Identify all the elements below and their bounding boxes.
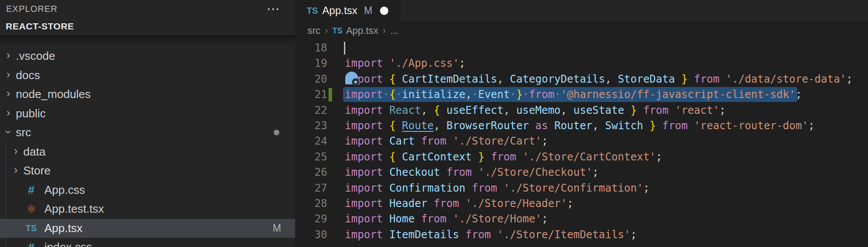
code-line-29[interactable]: 29import Home from './Store/Home'; [295, 211, 868, 227]
tree-item-public[interactable]: ›public [0, 104, 295, 123]
code-text: import { CartContext } from './Store/Car… [345, 149, 662, 165]
tab-app-tsx[interactable]: TS App.tsx M [295, 0, 401, 21]
tree-item-index-css[interactable]: #index.css [0, 238, 295, 247]
react-file-icon: ⚛ [22, 202, 41, 216]
tree-item-store[interactable]: ›Store [0, 161, 295, 181]
line-number: 28 [295, 196, 327, 211]
line-number: 30 [295, 227, 327, 243]
code-text: import ItemDetails from './Store/ItemDet… [345, 227, 637, 243]
line-number: 24 [295, 134, 327, 149]
editor-group: TS App.tsx M src › TS App.tsx › ... 1819… [295, 0, 868, 247]
tree-item-label: App.css [44, 183, 85, 197]
line-number: 21 [295, 87, 327, 102]
star-badge-icon: ★ [352, 78, 359, 86]
explorer-header: EXPLORER ⋯ [0, 0, 295, 18]
line-number: 26 [295, 165, 327, 180]
code-line-25[interactable]: 25import { CartContext } from './Store/C… [295, 149, 868, 165]
code-text: import { Route, BrowserRouter as Router,… [345, 118, 814, 134]
collab-cursor-icon[interactable]: ★ [345, 72, 358, 84]
code-line-24[interactable]: 24import Cart from './Store/Cart'; [295, 134, 868, 149]
code-text: import Cart from './Store/Cart'; [345, 134, 548, 149]
code-text: import React, { useEffect, useMemo, useS… [345, 103, 726, 118]
code-text: import Checkout from './Store/Checkout'; [345, 165, 599, 180]
ts-file-icon: TS [333, 26, 343, 36]
git-modified-dot-icon [274, 130, 279, 135]
breadcrumb-item-file[interactable]: App.tsx [346, 25, 378, 36]
line-number: 22 [295, 103, 327, 118]
css-file-icon: # [22, 183, 41, 197]
code-line-19[interactable]: 19import './App.css'; [295, 56, 868, 71]
git-modified-badge: M [273, 222, 281, 234]
chevron-right-icon: › [3, 106, 14, 119]
tree-item-label: docs [16, 69, 40, 82]
tree-item-label: Store [23, 164, 51, 178]
tree-item-docs[interactable]: ›docs [0, 66, 295, 85]
code-text: import·{·initialize,·Event·}·from·'@harn… [345, 87, 802, 102]
tree-item--vscode[interactable]: ›.vscode [0, 47, 295, 66]
project-section-header[interactable]: REACT-STORE [0, 18, 295, 35]
tree-item-label: .vscode [16, 49, 55, 63]
tab-git-status-badge: M [364, 5, 373, 17]
line-number: 23 [295, 118, 327, 134]
ts-file-icon: TS [22, 223, 41, 233]
project-name: REACT-STORE [6, 21, 74, 32]
dirty-dot-icon[interactable] [380, 7, 388, 15]
chevron-right-icon: › [3, 68, 14, 81]
tree-item-node-modules[interactable]: ›node_modules [0, 85, 295, 104]
chevron-right-icon: › [10, 145, 22, 157]
code-line-27[interactable]: 27import Confirmation from './Store/Conf… [295, 181, 868, 196]
chevron-right-icon: › [383, 25, 386, 36]
scroll-shadow [0, 35, 295, 45]
code-text: import Confirmation from './Store/Confir… [345, 181, 650, 196]
line-number: 25 [295, 149, 327, 165]
chevron-right-icon: › [325, 25, 328, 36]
vscode-window: EXPLORER ⋯ REACT-STORE ›.vscode›docs›nod… [0, 0, 868, 247]
chevron-right-icon: › [3, 87, 14, 100]
line-number: 18 [295, 40, 327, 56]
ts-file-icon: TS [307, 6, 318, 16]
code-line-22[interactable]: 22import React, { useEffect, useMemo, us… [295, 103, 868, 118]
tree-item-label: App.tsx [44, 222, 83, 235]
file-tree: ›.vscode›docs›node_modules›public›src›da… [0, 47, 295, 247]
code-text: import './App.css'; [345, 56, 466, 71]
tree-indent-guide [6, 142, 6, 247]
breadcrumb-item-src[interactable]: src [307, 25, 320, 36]
chevron-right-icon: › [10, 163, 22, 176]
text-cursor [344, 42, 345, 54]
tree-item-src[interactable]: ›src [0, 123, 295, 142]
text-selection: import·{·initialize,·Event·}·from·'@harn… [343, 87, 797, 102]
code-line-23[interactable]: 23import { Route, BrowserRouter as Route… [295, 118, 868, 134]
code-text: import Home from './Store/Home'; [345, 211, 548, 227]
tree-item-app-css[interactable]: #App.css [0, 181, 295, 200]
code-text: import Header from './Store/Header'; [345, 196, 573, 211]
more-actions-icon[interactable]: ⋯ [267, 4, 281, 13]
code-line-28[interactable]: 28import Header from './Store/Header'; [295, 196, 868, 211]
tab-label: App.tsx [322, 4, 358, 17]
tree-item-label: data [23, 145, 46, 159]
tree-item-data[interactable]: ›data [0, 142, 295, 162]
css-file-icon: # [22, 240, 41, 247]
tree-item-label: public [16, 107, 46, 120]
code-line-20[interactable]: 20import { CartItemDetails, CategoryDeta… [295, 72, 868, 87]
code-line-18[interactable]: 18 [295, 40, 868, 56]
line-number: 20 [295, 72, 327, 87]
tree-item-app-tsx[interactable]: TSApp.tsxM [0, 219, 295, 238]
line-number: 19 [295, 56, 327, 71]
breadcrumb-item-symbol[interactable]: ... [390, 25, 398, 36]
code-line-21[interactable]: 21import·{·initialize,·Event·}·from·'@ha… [295, 87, 868, 102]
tab-bar: TS App.tsx M [295, 0, 868, 21]
explorer-title: EXPLORER [6, 4, 58, 14]
line-number: 27 [295, 181, 327, 196]
tree-item-label: index.css [44, 240, 92, 247]
explorer-sidebar: EXPLORER ⋯ REACT-STORE ›.vscode›docs›nod… [0, 0, 295, 247]
git-change-gutter-bar [329, 88, 332, 102]
breadcrumb: src › TS App.tsx › ... [295, 21, 868, 40]
code-line-26[interactable]: 26import Checkout from './Store/Checkout… [295, 165, 868, 180]
tree-item-label: src [16, 126, 31, 139]
chevron-right-icon: › [3, 49, 14, 62]
code-line-30[interactable]: 30import ItemDetails from './Store/ItemD… [295, 227, 868, 243]
code-editor[interactable]: 1819import './App.css';20import { CartIt… [295, 40, 868, 243]
code-text: import { CartItemDetails, CategoryDetail… [345, 72, 853, 87]
tree-item-label: node_modules [16, 87, 91, 101]
tree-item-app-test-tsx[interactable]: ⚛App.test.tsx [0, 200, 295, 219]
